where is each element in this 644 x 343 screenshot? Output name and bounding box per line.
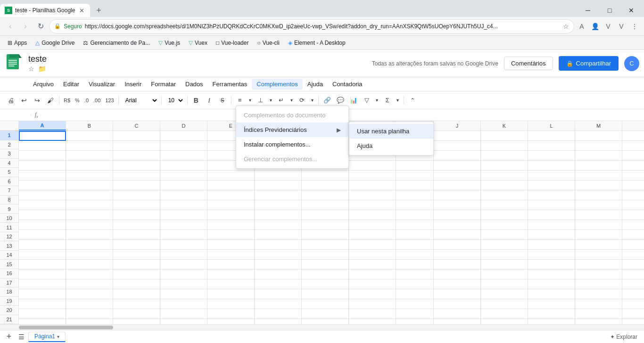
font-family-select[interactable]: Arial [121,95,159,106]
cell-H4[interactable] [349,161,396,171]
cell-I19[interactable] [396,309,434,319]
cell-A1[interactable] [19,131,66,141]
cell-G5[interactable] [302,171,349,180]
cell-C10[interactable] [113,220,160,230]
cell-J18[interactable] [434,299,481,309]
cell-G19[interactable] [302,309,349,319]
cell-J4[interactable] [434,161,481,171]
undo-button[interactable]: ↩ [18,94,30,106]
bookmark-gerenc[interactable]: ⚖ Gerenciamento de Pa... [79,37,154,49]
cell-H13[interactable] [349,250,396,260]
cell-L2[interactable] [528,141,575,151]
row-num-20[interactable]: 20 [0,306,18,315]
cell-E17[interactable] [207,289,255,299]
cell-C13[interactable] [113,250,160,260]
cell-G8[interactable] [302,200,349,210]
cell-E7[interactable] [207,190,255,200]
cell-B1[interactable] [66,131,113,141]
cell-F9[interactable] [255,210,302,220]
row-num-2[interactable]: 2 [0,140,18,150]
row-num-21[interactable]: 21 [0,315,18,324]
cell-H16[interactable] [349,279,396,289]
row-num-18[interactable]: 18 [0,287,18,297]
cell-K2[interactable] [481,141,528,151]
cell-C7[interactable] [113,190,160,200]
cell-C20[interactable] [113,319,160,324]
cell-J17[interactable] [434,289,481,299]
col-header-A[interactable]: A [19,121,66,131]
cell-E9[interactable] [207,210,255,220]
cell-I5[interactable] [396,171,434,180]
reload-button[interactable]: ↻ [34,20,47,33]
cell-D3[interactable] [160,151,207,161]
bookmark-vuejs[interactable]: ▽ Vue.js [155,37,184,49]
cell-F12[interactable] [255,240,302,250]
cell-H19[interactable] [349,309,396,319]
cell-C5[interactable] [113,171,160,180]
cell-M4[interactable] [575,161,622,171]
cell-B5[interactable] [66,171,113,180]
cell-K1[interactable] [481,131,528,141]
cell-H18[interactable] [349,299,396,309]
cell-M11[interactable] [575,230,622,240]
row-num-11[interactable]: 11 [0,223,18,232]
cell-M17[interactable] [575,289,622,299]
minimize-button[interactable]: ─ [577,4,599,17]
cell-I12[interactable] [396,240,434,250]
folder-icon[interactable]: 📁 [38,65,46,73]
cell-G13[interactable] [302,250,349,260]
cell-ref-box[interactable] [3,114,31,116]
functions-dropdown[interactable]: ▾ [395,94,401,106]
cell-M12[interactable] [575,240,622,250]
cell-A9[interactable] [19,210,66,220]
cell-G10[interactable] [302,220,349,230]
menu-inserir[interactable]: Inserir [120,79,146,90]
cell-L11[interactable] [528,230,575,240]
currency-button[interactable]: R$ [62,97,72,104]
row-num-19[interactable]: 19 [0,297,18,306]
cell-G16[interactable] [302,279,349,289]
cell-E15[interactable] [207,270,255,279]
cell-A18[interactable] [19,299,66,309]
cell-F17[interactable] [255,289,302,299]
bookmark-vuecli[interactable]: ○ Vue-cli [253,37,283,49]
cell-D12[interactable] [160,240,207,250]
cell-A13[interactable] [19,250,66,260]
row-num-15[interactable]: 15 [0,260,18,269]
cell-A4[interactable] [19,161,66,171]
cell-C18[interactable] [113,299,160,309]
cell-E18[interactable] [207,299,255,309]
cell-E10[interactable] [207,220,255,230]
cell-A12[interactable] [19,240,66,250]
decimal-more-button[interactable]: .0 [83,97,91,104]
cell-F18[interactable] [255,299,302,309]
cell-M6[interactable] [575,180,622,190]
cell-L4[interactable] [528,161,575,171]
menu-instalar-complementos[interactable]: Instalar complementos... [236,137,348,152]
bookmark-element[interactable]: ◈ Element - A Desktop [284,37,349,49]
bookmark-vueloader[interactable]: □ Vue-loader [212,37,253,49]
bookmark-apps[interactable]: ⊞ Apps [4,37,31,49]
active-tab[interactable]: S teste - Planilhas Google ✕ [0,4,90,17]
cell-A8[interactable] [19,200,66,210]
cell-G6[interactable] [302,180,349,190]
cell-L10[interactable] [528,220,575,230]
cell-D17[interactable] [160,289,207,299]
cell-E14[interactable] [207,260,255,270]
col-header-K[interactable]: K [481,121,528,131]
row-num-13[interactable]: 13 [0,241,18,251]
cell-H6[interactable] [349,180,396,190]
cell-C17[interactable] [113,289,160,299]
col-header-L[interactable]: L [528,121,575,131]
menu-indices-previdenciarios[interactable]: Índices Previdenciários ▶ [236,122,348,137]
cell-B14[interactable] [66,260,113,270]
cell-D19[interactable] [160,309,207,319]
rotate-dropdown[interactable]: ▾ [309,94,316,106]
submenu-usar-nesta-planilha[interactable]: Usar nesta planilha [349,124,433,139]
cell-K9[interactable] [481,210,528,220]
row-num-7[interactable]: 7 [0,186,18,196]
row-num-17[interactable]: 17 [0,278,18,288]
cell-B4[interactable] [66,161,113,171]
cell-C8[interactable] [113,200,160,210]
cell-I20[interactable] [396,319,434,324]
